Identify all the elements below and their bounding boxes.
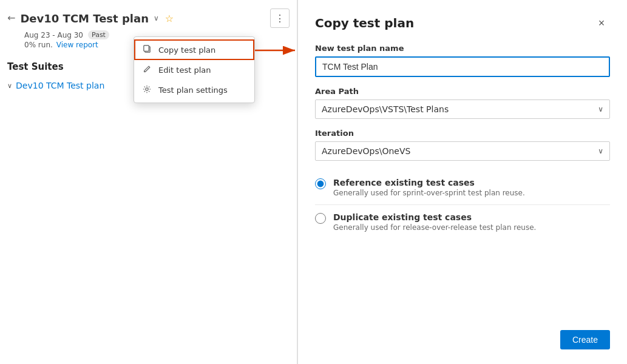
reference-label: Reference existing test cases bbox=[333, 178, 525, 187]
copy-icon bbox=[143, 44, 152, 55]
duplicate-option-text: Duplicate existing test cases Generally … bbox=[333, 212, 536, 232]
reference-radio[interactable] bbox=[315, 178, 326, 189]
reference-option-text: Reference existing test cases Generally … bbox=[333, 178, 525, 197]
panel-header: Copy test plan × bbox=[315, 15, 610, 32]
close-button[interactable]: × bbox=[593, 15, 610, 32]
reference-description: Generally used for sprint-over-sprint te… bbox=[333, 189, 525, 197]
left-panel: ← Dev10 TCM Test plan ∨ ☆ ⋮ Aug 23 - Aug… bbox=[0, 0, 297, 364]
suite-name: Dev10 TCM Test plan bbox=[16, 81, 104, 90]
area-path-value: AzureDevOps\VSTS\Test Plans bbox=[322, 104, 449, 114]
menu-settings-label: Test plan settings bbox=[158, 86, 228, 95]
area-path-select[interactable]: AzureDevOps\VSTS\Test Plans ∨ bbox=[315, 99, 610, 119]
svg-point-2 bbox=[146, 88, 148, 90]
plan-title: Dev10 TCM Test plan bbox=[20, 12, 149, 25]
duplicate-radio[interactable] bbox=[315, 213, 326, 224]
menu-item-settings[interactable]: Test plan settings bbox=[134, 80, 254, 100]
iteration-value: AzureDevOps\OneVS bbox=[322, 146, 410, 156]
more-options-button[interactable]: ⋮ bbox=[270, 8, 290, 28]
right-panel: Copy test plan × New test plan name Area… bbox=[297, 0, 627, 364]
menu-edit-label: Edit test plan bbox=[158, 66, 211, 75]
menu-copy-label: Copy test plan bbox=[158, 46, 215, 55]
header-bar: ← Dev10 TCM Test plan ∨ ☆ ⋮ bbox=[0, 0, 297, 28]
radio-options-group: Reference existing test cases Generally … bbox=[315, 170, 610, 239]
iteration-select[interactable]: AzureDevOps\OneVS ∨ bbox=[315, 141, 610, 161]
date-range: Aug 23 - Aug 30 bbox=[24, 31, 83, 39]
name-field-label: New test plan name bbox=[315, 44, 610, 53]
plan-name-input[interactable] bbox=[315, 56, 610, 77]
gear-icon bbox=[143, 85, 152, 95]
duplicate-description: Generally used for release-over-release … bbox=[333, 223, 536, 232]
create-button[interactable]: Create bbox=[560, 330, 610, 349]
radio-option-duplicate: Duplicate existing test cases Generally … bbox=[315, 205, 610, 239]
menu-item-edit[interactable]: Edit test plan bbox=[134, 60, 254, 80]
edit-icon bbox=[143, 65, 152, 75]
context-menu: Copy test plan Edit test plan Test plan … bbox=[134, 36, 255, 103]
star-icon[interactable]: ☆ bbox=[165, 13, 174, 24]
menu-item-copy[interactable]: Copy test plan bbox=[134, 39, 254, 60]
chevron-down-icon[interactable]: ∨ bbox=[154, 14, 159, 22]
footer-row: Create bbox=[315, 320, 610, 349]
radio-option-reference: Reference existing test cases Generally … bbox=[315, 170, 610, 205]
arrow-indicator bbox=[254, 41, 302, 61]
iteration-label: Iteration bbox=[315, 129, 610, 138]
area-path-label: Area Path bbox=[315, 87, 610, 96]
svg-rect-1 bbox=[144, 46, 149, 51]
run-percentage: 0% run. bbox=[24, 41, 53, 49]
iteration-chevron-icon: ∨ bbox=[598, 147, 603, 155]
duplicate-label: Duplicate existing test cases bbox=[333, 212, 536, 222]
back-button[interactable]: ← bbox=[7, 13, 15, 23]
panel-title: Copy test plan bbox=[315, 16, 414, 30]
view-report-link[interactable]: View report bbox=[56, 41, 98, 49]
area-path-chevron-icon: ∨ bbox=[598, 105, 603, 113]
past-badge: Past bbox=[88, 30, 109, 39]
suite-chevron-icon: ∨ bbox=[7, 82, 12, 90]
